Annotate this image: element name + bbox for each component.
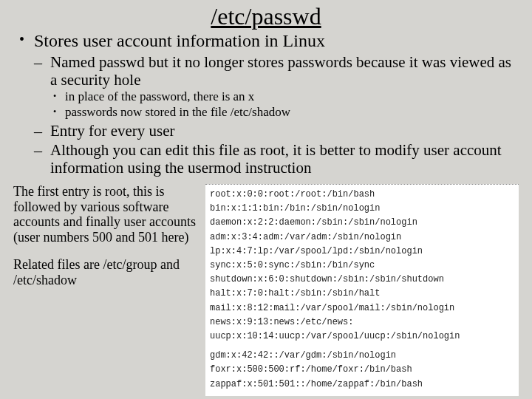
- bullet-text: Named passwd but it no longer stores pas…: [50, 53, 511, 89]
- passwd-line: mail:x:8:12:mail:/var/spool/mail:/sbin/n…: [210, 301, 514, 316]
- bullet-lvl2: Entry for every user: [34, 122, 519, 140]
- bullet-lvl2: Although you can edit this file as root,…: [34, 141, 519, 177]
- passwd-line: lp:x:4:7:lp:/var/spool/lpd:/sbin/nologin: [210, 245, 514, 259]
- passwd-line: foxr:x:500:500:rf:/home/foxr:/bin/bash: [210, 363, 514, 377]
- passwd-line: daemon:x:2:2:daemon:/sbin:/sbin/nologin: [210, 216, 514, 230]
- sub-list: Named passwd but it no longer stores pas…: [34, 53, 519, 177]
- bullet-lvl1: Stores user account information in Linux…: [18, 31, 519, 177]
- passwd-line: sync:x:5:0:sync:/sbin:/bin/sync: [210, 259, 514, 273]
- slide: /etc/passwd Stores user account informat…: [0, 0, 532, 399]
- bullet-text: Although you can edit this file as root,…: [50, 141, 502, 177]
- passwd-line: zappaf:x:501:501::/home/zappaf:/bin/bash: [210, 378, 514, 392]
- passwd-line: gdm:x:42:42::/var/gdm:/sbin/nologin: [210, 349, 514, 363]
- bullet-lvl2: Named passwd but it no longer stores pas…: [34, 53, 519, 120]
- lower-row: The first entry is root, this is followe…: [13, 184, 519, 396]
- note-paragraph: Related files are /etc/group and /etc/sh…: [13, 257, 198, 287]
- bullet-lvl3: in place of the password, there is an x: [53, 89, 519, 104]
- passwd-line: shutdown:x:6:0:shutdown:/sbin:/sbin/shut…: [210, 273, 514, 287]
- blank-line: [210, 344, 514, 349]
- bullet-list: Stores user account information in Linux…: [18, 31, 519, 177]
- passwd-line: uucp:x:10:14:uucp:/var/spool/uucp:/sbin/…: [210, 330, 514, 344]
- bullet-text: Entry for every user: [50, 122, 175, 140]
- passwd-line: news:x:9:13:news:/etc/news:: [210, 316, 514, 330]
- bullet-lvl3: passwords now stored in the file /etc/sh…: [53, 105, 519, 120]
- passwd-line: bin:x:1:1:bin:/bin:/sbin/nologin: [210, 202, 514, 216]
- passwd-file-contents: root:x:0:0:root:/root:/bin/bash bin:x:1:…: [205, 184, 519, 396]
- passwd-line: halt:x:7:0:halt:/sbin:/sbin/halt: [210, 287, 514, 301]
- bullet-text: in place of the password, there is an x: [65, 89, 254, 103]
- bullet-text: passwords now stored in the file /etc/sh…: [65, 105, 290, 119]
- sub-sub-list: in place of the password, there is an x …: [53, 89, 519, 120]
- passwd-line: adm:x:3:4:adm:/var/adm:/sbin/nologin: [210, 231, 514, 245]
- bullet-text: Stores user account information in Linux: [34, 31, 325, 50]
- slide-title: /etc/passwd: [13, 4, 519, 28]
- side-note: The first entry is root, this is followe…: [13, 184, 198, 396]
- passwd-line: root:x:0:0:root:/root:/bin/bash: [210, 188, 514, 202]
- note-paragraph: The first entry is root, this is followe…: [13, 184, 198, 245]
